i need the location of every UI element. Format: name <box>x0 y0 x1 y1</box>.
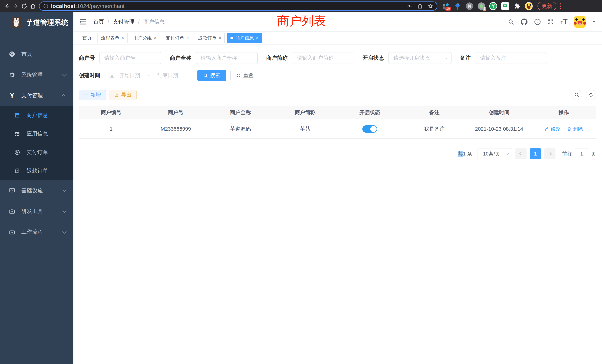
github-icon[interactable] <box>521 19 527 25</box>
sidebar-item-payment[interactable]: ¥ 支付管理 <box>0 85 73 106</box>
chevron-down-icon <box>63 188 67 192</box>
address-bar[interactable]: localhost:1024/pay/merchant <box>39 1 437 11</box>
sidebar-item-pay-order[interactable]: 支付订单 <box>0 143 73 162</box>
status-select[interactable]: 请选择开启状态 <box>388 52 452 64</box>
end-date-placeholder: 结束日期 <box>157 72 178 79</box>
short-name-input[interactable] <box>292 52 354 64</box>
col-merchant-no: 商户号 <box>143 109 208 116</box>
next-page-button[interactable] <box>544 148 556 159</box>
sidebar-item-refund-order[interactable]: 退款订单 <box>0 162 73 180</box>
search-button[interactable]: 搜索 <box>197 70 226 81</box>
search-icon <box>574 92 579 97</box>
fullscreen-icon[interactable] <box>548 19 554 25</box>
sidebar-item-infrastructure[interactable]: 基础设施 <box>0 180 73 201</box>
extension-emoji-icon[interactable] <box>525 2 533 10</box>
refresh-table-button[interactable] <box>586 90 596 100</box>
browser-menu-icon[interactable] <box>560 3 561 9</box>
extension-badge: 1 <box>483 7 486 11</box>
date-range-picker[interactable]: 开始日期 - 结束日期 <box>105 70 192 81</box>
tab-user-group[interactable]: 用户分组× <box>130 33 160 43</box>
reset-button[interactable]: 重置 <box>230 70 259 81</box>
extensions-puzzle-icon[interactable] <box>513 2 521 10</box>
help-icon[interactable]: ? <box>534 19 541 25</box>
font-size-icon[interactable]: TT <box>560 18 568 26</box>
app-logo[interactable]: 芋道管理系统 <box>0 12 73 33</box>
chevron-down-icon <box>63 209 67 213</box>
chevron-down-icon <box>444 56 447 59</box>
start-date-placeholder: 开始日期 <box>119 72 140 79</box>
chevron-up-icon <box>61 94 66 98</box>
sidebar-item-home[interactable]: 首页 <box>0 44 73 64</box>
browser-update-button[interactable]: 更新 <box>538 2 556 10</box>
extension-kite-icon[interactable] <box>454 2 462 10</box>
bookmark-star-icon[interactable] <box>428 3 433 9</box>
extension-chat-icon[interactable] <box>501 2 509 10</box>
cell-created-at: 2021-10-23 08:31:14 <box>467 126 531 132</box>
merchant-no-input[interactable] <box>99 52 161 64</box>
filter-label-remark: 备注 <box>460 54 471 62</box>
remark-input[interactable] <box>475 52 547 64</box>
merchant-table: 商户编号 商户号 商户全称 商户简称 开启状态 备注 创建时间 操作 1 M23… <box>79 106 596 139</box>
toggle-search-button[interactable] <box>572 90 582 100</box>
col-merchant-id: 商户编号 <box>79 109 143 116</box>
full-name-input[interactable] <box>196 52 258 64</box>
extension-y-icon[interactable]: Y <box>489 2 497 10</box>
sidebar-collapse-button[interactable] <box>79 19 86 25</box>
avatar-caret-icon[interactable] <box>592 21 596 23</box>
tab-pay-order[interactable]: 支付订单× <box>162 33 192 43</box>
password-key-icon[interactable] <box>407 3 412 9</box>
export-button[interactable]: 导出 <box>109 90 137 100</box>
sidebar-item-system[interactable]: 系统管理 <box>0 64 73 85</box>
cell-merchant-id: 1 <box>79 126 143 132</box>
sidebar-item-workflow[interactable]: 工作流程 <box>0 222 73 242</box>
breadcrumb-payment[interactable]: 支付管理 <box>113 18 134 26</box>
goto-label: 前往 <box>562 150 572 157</box>
close-icon[interactable]: × <box>219 36 221 40</box>
sidebar-item-app-info[interactable]: 应用信息 <box>0 125 73 143</box>
browser-forward-button[interactable] <box>11 2 20 10</box>
goto-page-input[interactable] <box>575 148 588 159</box>
add-button[interactable]: 新增 <box>79 90 106 100</box>
avatar[interactable] <box>574 16 586 28</box>
sidebar-item-dev-tools[interactable]: 研发工具 <box>0 201 73 222</box>
status-toggle[interactable] <box>362 125 377 133</box>
search-icon[interactable] <box>508 19 514 25</box>
close-icon[interactable]: × <box>186 36 189 40</box>
page-1-button[interactable]: 1 <box>530 148 541 159</box>
extension-blocks-icon[interactable]: 10 <box>442 2 450 10</box>
browser-home-button[interactable] <box>29 2 37 10</box>
breadcrumb-home[interactable]: 首页 <box>93 18 104 26</box>
col-status: 开启状态 <box>337 109 402 116</box>
edit-link[interactable]: 修改 <box>545 126 561 132</box>
close-icon[interactable]: × <box>154 36 156 40</box>
share-icon[interactable] <box>417 3 423 9</box>
tab-process-form[interactable]: 流程表单× <box>97 33 128 43</box>
extension-command-icon[interactable]: ⌘ <box>466 2 473 10</box>
grid-icon <box>14 131 21 137</box>
goto-unit: 页 <box>591 150 596 157</box>
top-navbar: 首页 / 支付管理 / 商户信息 ? T <box>73 12 602 32</box>
dashboard-icon <box>9 51 15 57</box>
browser-reload-button[interactable] <box>20 2 29 10</box>
filter-label-created: 创建时间 <box>79 72 100 79</box>
site-info-icon[interactable] <box>43 3 48 9</box>
briefcase-icon <box>9 229 15 235</box>
cell-remark: 我是备注 <box>402 126 467 132</box>
briefcase-icon <box>9 208 15 214</box>
delete-link[interactable]: 删除 <box>567 126 583 132</box>
cell-short-name: 芋艿 <box>273 126 337 132</box>
table-header-row: 商户编号 商户号 商户全称 商户简称 开启状态 备注 创建时间 操作 <box>79 106 596 119</box>
browser-back-button[interactable] <box>3 2 11 10</box>
sidebar-item-merchant-info[interactable]: 商户信息 <box>0 106 73 125</box>
extension-badge: 10 <box>445 7 451 11</box>
tab-home[interactable]: 首页 <box>79 33 95 43</box>
close-icon[interactable]: × <box>122 36 124 40</box>
extension-recorder-icon[interactable]: 1 <box>477 2 485 10</box>
col-short-name: 商户简称 <box>273 109 337 116</box>
search-icon <box>203 73 208 78</box>
prev-page-button[interactable] <box>516 148 527 159</box>
tab-refund-order[interactable]: 退款订单× <box>195 33 225 43</box>
tab-merchant-info[interactable]: 商户信息× <box>227 33 262 43</box>
close-icon[interactable]: × <box>256 36 258 40</box>
page-size-select[interactable]: 10条/页 <box>477 148 512 159</box>
